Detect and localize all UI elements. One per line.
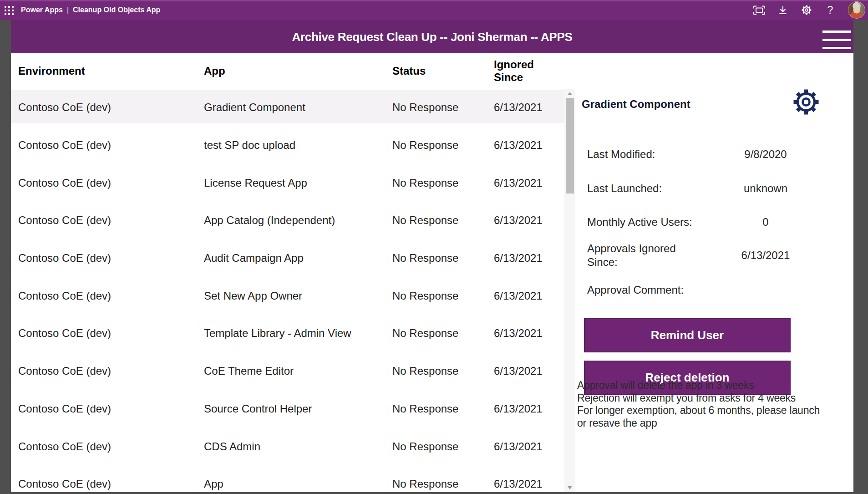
- table-row[interactable]: Contoso CoE (dev) App Catalog (Independe…: [11, 202, 564, 239]
- fullscreen-icon[interactable]: [753, 4, 765, 16]
- action-button[interactable]: Remind User: [584, 318, 791, 352]
- column-header-ignored-since: Ignored Since: [494, 58, 564, 84]
- cell-app: CDS Admin: [204, 440, 392, 453]
- field-label: Last Launched:: [587, 182, 712, 195]
- scroll-down-arrow-icon[interactable]: [564, 484, 575, 491]
- field-value: 0: [712, 216, 819, 229]
- cell-app: License Request App: [204, 177, 392, 189]
- topbar-brand: Power Apps | Cleanup Old Objects App: [21, 0, 160, 20]
- cell-app: CoE Theme Editor: [204, 365, 392, 377]
- cell-environment: Contoso CoE (dev): [18, 139, 204, 152]
- cell-app: App Catalog (Independent): [204, 214, 392, 227]
- cell-environment: Contoso CoE (dev): [18, 101, 204, 114]
- hamburger-menu-icon[interactable]: [822, 31, 851, 49]
- cell-ignored-since: 6/13/2021: [494, 290, 564, 302]
- cell-status: No Response: [392, 214, 494, 227]
- detail-field: Monthly Active Users: 0: [587, 215, 842, 229]
- cell-status: No Response: [392, 440, 494, 453]
- column-header-environment: Environment: [18, 65, 204, 77]
- table-row[interactable]: Contoso CoE (dev) CoE Theme Editor No Re…: [11, 352, 564, 390]
- table-row[interactable]: Contoso CoE (dev) Source Control Helper …: [11, 390, 564, 428]
- brand-separator: |: [67, 6, 69, 14]
- field-value: unknown: [712, 182, 819, 195]
- cell-app: Set New App Owner: [204, 290, 392, 302]
- cell-status: No Response: [392, 365, 494, 377]
- detail-panel-title: Gradient Component: [582, 98, 690, 111]
- detail-field: Approvals Ignored Since: 6/13/2021: [587, 242, 842, 269]
- cell-app: Gradient Component: [204, 101, 392, 114]
- cell-ignored-since: 6/13/2021: [494, 327, 564, 340]
- page-title: Archive Request Clean Up -- Joni Sherman…: [11, 20, 853, 53]
- cell-status: No Response: [392, 478, 494, 490]
- detail-field: Last Modified: 9/8/2020: [587, 148, 842, 161]
- cell-ignored-since: 6/13/2021: [494, 478, 564, 490]
- cell-environment: Contoso CoE (dev): [18, 402, 204, 415]
- cell-environment: Contoso CoE (dev): [18, 252, 204, 265]
- table-body: Contoso CoE (dev) Gradient Component No …: [11, 89, 564, 492]
- topbar-icons: ?: [753, 0, 867, 20]
- cell-environment: Contoso CoE (dev): [18, 478, 204, 490]
- settings-gear-icon[interactable]: [801, 4, 812, 16]
- cell-app: Source Control Helper: [204, 402, 392, 415]
- cell-status: No Response: [392, 177, 494, 189]
- cell-ignored-since: 6/13/2021: [494, 440, 564, 453]
- cell-app: test SP doc upload: [204, 139, 392, 152]
- user-avatar[interactable]: [848, 1, 865, 19]
- table-row[interactable]: Contoso CoE (dev) CDS Admin No Response …: [11, 428, 564, 465]
- app-header: Archive Request Clean Up -- Joni Sherman…: [11, 20, 853, 53]
- cell-environment: Contoso CoE (dev): [18, 365, 204, 377]
- cell-status: No Response: [392, 101, 494, 114]
- cell-ignored-since: 6/13/2021: [494, 177, 564, 189]
- cell-environment: Contoso CoE (dev): [18, 440, 204, 453]
- help-icon[interactable]: ?: [824, 4, 836, 16]
- cell-ignored-since: 6/13/2021: [494, 402, 564, 415]
- cell-status: No Response: [392, 327, 494, 340]
- table-row[interactable]: Contoso CoE (dev) App No Response 6/13/2…: [11, 465, 564, 492]
- table-row[interactable]: Contoso CoE (dev) Audit Campaign App No …: [11, 239, 564, 277]
- cell-environment: Contoso CoE (dev): [18, 290, 204, 302]
- field-label: Last Modified:: [587, 148, 712, 161]
- column-header-status: Status: [392, 65, 494, 77]
- field-label: Monthly Active Users:: [587, 215, 712, 229]
- screen: Power Apps | Cleanup Old Objects App: [0, 0, 868, 494]
- cell-environment: Contoso CoE (dev): [18, 177, 204, 189]
- topbar: Power Apps | Cleanup Old Objects App: [0, 0, 868, 20]
- scrollbar-thumb[interactable]: [566, 98, 574, 194]
- cell-environment: Contoso CoE (dev): [18, 214, 204, 227]
- table-row[interactable]: Contoso CoE (dev) Set New App Owner No R…: [11, 277, 564, 315]
- detail-settings-gear-icon[interactable]: [791, 87, 821, 117]
- cell-app: App: [204, 478, 392, 490]
- table-row[interactable]: Contoso CoE (dev) License Request App No…: [11, 164, 564, 202]
- table-row[interactable]: Contoso CoE (dev) test SP doc upload No …: [11, 127, 564, 164]
- cell-status: No Response: [392, 139, 494, 152]
- detail-panel: Gradient Component Last Modified: 9: [575, 53, 853, 492]
- cell-ignored-since: 6/13/2021: [494, 214, 564, 227]
- app-launcher-waffle-icon[interactable]: [4, 5, 16, 18]
- list-scrollbar[interactable]: [564, 89, 575, 492]
- scroll-up-arrow-icon[interactable]: [564, 90, 575, 97]
- field-label: Approval Comment:: [587, 283, 712, 297]
- column-header-app: App: [204, 65, 392, 77]
- table-row[interactable]: Contoso CoE (dev) Template Library - Adm…: [11, 315, 564, 352]
- cell-ignored-since: 6/13/2021: [494, 139, 564, 152]
- table-row[interactable]: Contoso CoE (dev) Gradient Component No …: [11, 89, 564, 127]
- cell-app: Audit Campaign App: [204, 252, 392, 265]
- app-name: Cleanup Old Objects App: [73, 6, 160, 14]
- detail-field: Last Launched: unknown: [587, 182, 842, 195]
- field-label: Approvals Ignored Since:: [587, 242, 712, 269]
- field-value: 9/8/2020: [712, 148, 819, 161]
- cell-environment: Contoso CoE (dev): [18, 327, 204, 340]
- brand-name: Power Apps: [21, 6, 63, 14]
- download-icon[interactable]: [777, 4, 789, 16]
- detail-footer-note: Approval will delete the app in 3 weeks …: [577, 379, 853, 430]
- cell-status: No Response: [392, 290, 494, 302]
- cell-app: Template Library - Admin View: [204, 327, 392, 340]
- cell-ignored-since: 6/13/2021: [494, 101, 564, 114]
- detail-field: Approval Comment:: [587, 283, 842, 297]
- cell-status: No Response: [392, 402, 494, 415]
- cell-ignored-since: 6/13/2021: [494, 252, 564, 265]
- cell-ignored-since: 6/13/2021: [494, 365, 564, 377]
- table-header: Environment App Status Ignored Since: [11, 53, 564, 89]
- cell-status: No Response: [392, 252, 494, 265]
- field-value: 6/13/2021: [712, 249, 819, 262]
